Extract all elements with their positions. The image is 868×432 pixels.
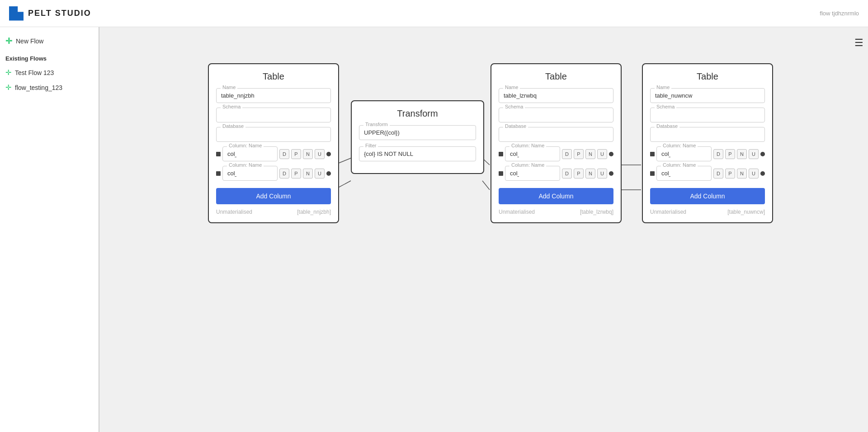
table3-col2-row: Column: Name D P N U: [650, 166, 765, 181]
table3-col2-right-dot: [760, 171, 765, 176]
canvas: Table Name Schema Database Co: [99, 27, 868, 432]
main-layout: ✛ New Flow Existing Flows ✛ Test Flow 12…: [0, 27, 868, 432]
table3-database-input[interactable]: [650, 127, 765, 142]
table2-col2-n-btn[interactable]: N: [585, 169, 595, 178]
table3-add-column-button[interactable]: Add Column: [650, 188, 765, 204]
existing-flows-label: Existing Flows: [5, 55, 93, 62]
table2-col1-input[interactable]: [505, 146, 560, 161]
table2-col2-right-dot: [609, 171, 613, 176]
table1-col2-left-dot: [216, 171, 221, 176]
table1-footer: Unmaterialised [table_nnjzbh]: [216, 209, 331, 215]
table2-database-field: Database: [499, 127, 613, 142]
flow-item-icon: ✛: [5, 68, 11, 77]
transform-label: Transform: [363, 122, 390, 127]
table3-col2-input[interactable]: [656, 166, 712, 181]
table1-schema-input[interactable]: [216, 108, 331, 122]
table1-col2-n-btn[interactable]: N: [303, 169, 313, 178]
app-header: PELT STUDIO flow tjdhznrmlo: [0, 0, 868, 27]
filter-label: Filter: [363, 143, 378, 148]
flow-id: flow tjdhznrmlo: [820, 10, 859, 17]
transform-transform-field: Transform: [359, 125, 476, 140]
table2-col1-d-btn[interactable]: D: [562, 149, 572, 159]
table1-name-input[interactable]: [216, 88, 331, 103]
sidebar-item-test-flow[interactable]: ✛ Test Flow 123: [5, 66, 93, 79]
table3-name-label: Name: [655, 85, 671, 90]
table3-schema-input[interactable]: [650, 108, 765, 122]
table1-col2-input[interactable]: [222, 166, 278, 181]
table1-col2-right-dot: [326, 171, 331, 176]
table3-col1-right-dot: [760, 152, 765, 156]
table2-footer-right: [table_lzrwbq]: [580, 209, 613, 215]
table2-col2-row: Column: Name D P N U: [499, 166, 613, 181]
table2-col1-field: Column: Name: [505, 146, 560, 161]
app-title: PELT STUDIO: [28, 9, 91, 18]
table1-col1-input[interactable]: [222, 146, 278, 161]
table2-col1-row: Column: Name D P N U: [499, 146, 613, 161]
filter-input[interactable]: [359, 146, 476, 161]
table2-add-column-button[interactable]: Add Column: [499, 188, 613, 204]
transform-node: Transform Transform Filter: [351, 100, 484, 174]
table3-schema-label: Schema: [655, 104, 676, 109]
table3-col2-u-btn[interactable]: U: [749, 169, 759, 178]
table1-col1-n-btn[interactable]: N: [303, 149, 313, 159]
table1-database-label: Database: [221, 123, 245, 129]
table3-database-field: Database: [650, 127, 765, 142]
table1-title: Table: [216, 71, 331, 82]
table2-footer: Unmaterialised [table_lzrwbq]: [499, 209, 613, 215]
table1-add-column-button[interactable]: Add Column: [216, 188, 331, 204]
table1-col1-u-btn[interactable]: U: [315, 149, 325, 159]
table2-col2-p-btn[interactable]: P: [574, 169, 584, 178]
table2-schema-input[interactable]: [499, 108, 613, 122]
table3-col1-n-btn[interactable]: N: [737, 149, 747, 159]
table2-col1-n-btn[interactable]: N: [585, 149, 595, 159]
table1-col1-d-btn[interactable]: D: [279, 149, 289, 159]
table2-name-input[interactable]: [499, 88, 613, 103]
table2-col2-input[interactable]: [505, 166, 560, 181]
table2-database-input[interactable]: [499, 127, 613, 142]
table1-col1-p-btn[interactable]: P: [291, 149, 301, 159]
table2-name-field: Name: [499, 88, 613, 103]
table1-col1-left-dot: [216, 152, 221, 156]
table3-col2-d-btn[interactable]: D: [713, 169, 723, 178]
table3-col1-row: Column: Name D P N U: [650, 146, 765, 161]
table-node-1: Table Name Schema Database Co: [208, 63, 339, 223]
table2-col2-d-btn[interactable]: D: [562, 169, 572, 178]
canvas-inner: Table Name Schema Database Co: [99, 27, 859, 416]
table3-name-input[interactable]: [650, 88, 765, 103]
table1-database-field: Database: [216, 127, 331, 142]
table3-col1-input[interactable]: [656, 146, 712, 161]
table3-col1-u-btn[interactable]: U: [749, 149, 759, 159]
table2-col1-u-btn[interactable]: U: [597, 149, 607, 159]
sidebar: ✛ New Flow Existing Flows ✛ Test Flow 12…: [0, 27, 99, 432]
new-flow-button[interactable]: ✛ New Flow: [5, 34, 93, 48]
table3-footer-left: Unmaterialised: [650, 209, 686, 215]
table2-name-label: Name: [503, 85, 520, 90]
table3-col1-field: Column: Name: [656, 146, 712, 161]
table2-col1-right-dot: [609, 152, 613, 156]
table1-col1-label: Column: Name: [227, 143, 264, 148]
table3-col1-d-btn[interactable]: D: [713, 149, 723, 159]
table1-name-field: Name: [216, 88, 331, 103]
table3-col1-p-btn[interactable]: P: [725, 149, 735, 159]
table-node-3: Table Name Schema Database Column: Nam: [642, 63, 773, 223]
table1-col2-d-btn[interactable]: D: [279, 169, 289, 178]
table3-col2-p-btn[interactable]: P: [725, 169, 735, 178]
table1-schema-label: Schema: [221, 104, 242, 109]
table3-col2-n-btn[interactable]: N: [737, 169, 747, 178]
table3-col1-left-dot: [650, 152, 655, 156]
table1-database-input[interactable]: [216, 127, 331, 142]
new-flow-label: New Flow: [16, 38, 43, 45]
table1-col2-p-btn[interactable]: P: [291, 169, 301, 178]
header-left: PELT STUDIO: [9, 6, 91, 21]
table1-schema-field: Schema: [216, 108, 331, 122]
table2-database-label: Database: [503, 123, 528, 129]
transform-title: Transform: [359, 108, 476, 119]
table1-col2-row: Column: Name D P N U: [216, 166, 331, 181]
table3-col2-label: Column: Name: [661, 162, 698, 168]
table2-col2-u-btn[interactable]: U: [597, 169, 607, 178]
table1-col2-u-btn[interactable]: U: [315, 169, 325, 178]
table2-col1-p-btn[interactable]: P: [574, 149, 584, 159]
sidebar-item-flow-testing[interactable]: ✛ flow_testing_123: [5, 81, 93, 94]
transform-input[interactable]: [359, 125, 476, 140]
hamburger-button[interactable]: ☰: [854, 37, 863, 49]
